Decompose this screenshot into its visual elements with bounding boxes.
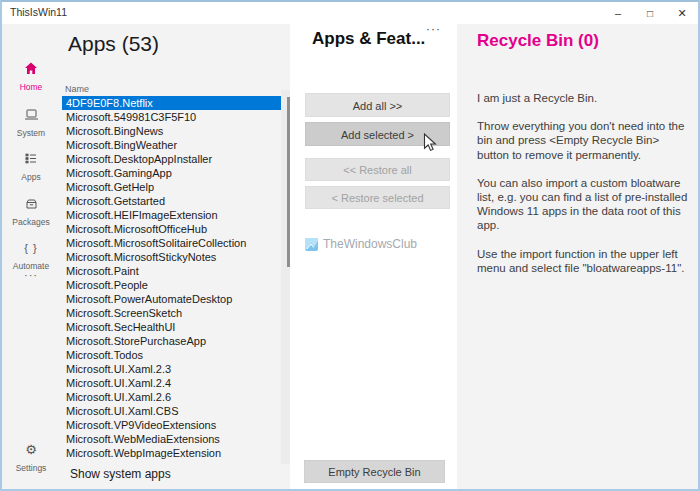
list-item[interactable]: Microsoft.UI.Xaml.2.6	[62, 390, 281, 404]
recycle-paragraph: I am just a Recycle Bin.	[477, 91, 693, 105]
list-icon	[2, 152, 60, 166]
recycle-paragraph: Use the import function in the upper lef…	[477, 247, 693, 275]
list-item[interactable]: Microsoft.StorePurchaseApp	[62, 334, 281, 348]
list-item[interactable]: Microsoft.MicrosoftSolitaireCollection	[62, 236, 281, 250]
package-box-icon	[2, 197, 60, 211]
list-item[interactable]: Microsoft.BingWeather	[62, 138, 281, 152]
watermark: TheWindowsClub	[305, 237, 417, 251]
list-item[interactable]: Microsoft.Paint	[62, 264, 281, 278]
sidebar-item-label: Apps	[2, 172, 60, 182]
braces-icon: { }	[2, 241, 60, 255]
app-window: ThisIsWin11 – □ ✕ Home System Apps Packa…	[0, 0, 700, 491]
sidebar-item-label: Packages	[2, 217, 60, 227]
list-item[interactable]: Microsoft.UI.Xaml.CBS	[62, 404, 281, 418]
list-item[interactable]: Microsoft.DesktopAppInstaller	[62, 152, 281, 166]
watermark-text: TheWindowsClub	[323, 237, 417, 251]
list-item[interactable]: 4DF9E0F8.Netflix	[62, 96, 281, 110]
list-item[interactable]: Microsoft.HEIFImageExtension	[62, 208, 281, 222]
list-item[interactable]: Microsoft.549981C3F5F10	[62, 110, 281, 124]
sidebar-item-more[interactable]: ···	[2, 268, 60, 282]
sidebar-item-system[interactable]: System	[2, 108, 60, 138]
list-item[interactable]: Microsoft.PowerAutomateDesktop	[62, 292, 281, 306]
thewindowsclub-logo-icon	[305, 238, 318, 251]
list-item[interactable]: Microsoft.BingNews	[62, 124, 281, 138]
home-icon	[2, 62, 60, 76]
sidebar-item-automate[interactable]: { } Automate	[2, 241, 60, 271]
list-item[interactable]: Microsoft.UI.Xaml.2.3	[62, 362, 281, 376]
list-item[interactable]: Microsoft.Getstarted	[62, 194, 281, 208]
recycle-bin-title: Recycle Bin (0)	[477, 31, 599, 51]
recycle-paragraph: Throw everything you don't need into the…	[477, 119, 693, 162]
column-header-name: Name	[65, 84, 89, 94]
sidebar-item-label: Home	[2, 82, 60, 92]
list-item[interactable]: Microsoft.MicrosoftOfficeHub	[62, 222, 281, 236]
list-item[interactable]: Microsoft.ScreenSketch	[62, 306, 281, 320]
recycle-paragraph: You can also import a custom bloatware l…	[477, 176, 693, 233]
window-controls: – □ ✕	[602, 2, 698, 24]
list-item[interactable]: Microsoft.GamingApp	[62, 166, 281, 180]
show-system-apps-link[interactable]: Show system apps	[70, 467, 171, 481]
recycle-bin-description: I am just a Recycle Bin. Throw everythin…	[477, 91, 693, 289]
transfer-panel-title: Apps & Feat...	[312, 29, 430, 49]
close-button[interactable]: ✕	[666, 2, 698, 24]
more-icon: ···	[2, 268, 60, 282]
list-item[interactable]: Microsoft.UI.Xaml.2.4	[62, 376, 281, 390]
sidebar-item-label: System	[2, 128, 60, 138]
laptop-icon	[2, 108, 60, 122]
maximize-button[interactable]: □	[634, 2, 666, 24]
list-item[interactable]: Microsoft.WebpImageExtension	[62, 446, 281, 460]
add-all-button[interactable]: Add all >>	[305, 93, 450, 117]
restore-selected-button[interactable]: < Restore selected	[305, 186, 450, 209]
list-item[interactable]: Microsoft.GetHelp	[62, 180, 281, 194]
window-title: ThisIsWin11	[10, 6, 67, 18]
sidebar-item-settings[interactable]: ⚙ Settings	[2, 443, 60, 473]
app-list: 4DF9E0F8.NetflixMicrosoft.549981C3F5F10M…	[62, 96, 281, 460]
sidebar-item-home[interactable]: Home	[2, 62, 60, 92]
gear-icon: ⚙	[2, 443, 60, 457]
list-item[interactable]: Microsoft.Todos	[62, 348, 281, 362]
list-item[interactable]: Microsoft.MicrosoftStickyNotes	[62, 250, 281, 264]
sidebar-item-packages[interactable]: Packages	[2, 197, 60, 227]
empty-recycle-bin-button[interactable]: Empty Recycle Bin	[304, 460, 445, 483]
sidebar-item-apps[interactable]: Apps	[2, 152, 60, 182]
list-item[interactable]: Microsoft.SecHealthUI	[62, 320, 281, 334]
sidebar-item-label: Settings	[2, 463, 60, 473]
minimize-button[interactable]: –	[602, 2, 634, 24]
list-item[interactable]: Microsoft.WebMediaExtensions	[62, 432, 281, 446]
title-bar: ThisIsWin11 – □ ✕	[2, 2, 698, 24]
list-item[interactable]: Microsoft.People	[62, 278, 281, 292]
list-item[interactable]: Microsoft.VP9VideoExtensions	[62, 418, 281, 432]
restore-all-button[interactable]: << Restore all	[305, 158, 450, 181]
page-title: Apps (53)	[68, 32, 159, 56]
ellipsis-menu-icon[interactable]: ···	[426, 22, 441, 36]
add-selected-button[interactable]: Add selected >	[305, 122, 450, 146]
